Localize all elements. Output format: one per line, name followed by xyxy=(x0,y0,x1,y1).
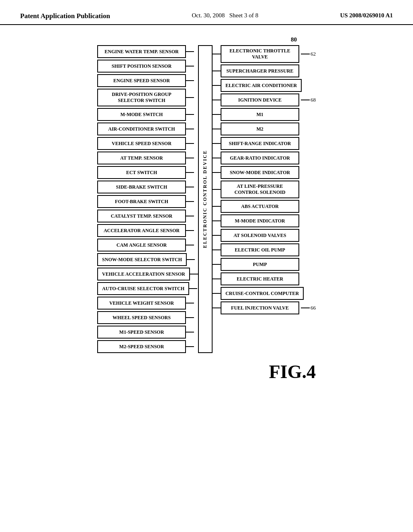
left-row: SHIFT POSITION SENSOR xyxy=(97,60,198,73)
right-box: IGNITION DEVICE xyxy=(221,94,299,106)
right-row: GEAR-RATIO INDICATOR xyxy=(213,152,316,164)
connector-line-left xyxy=(186,51,194,52)
right-row: SHIFT-RANGE INDICATOR xyxy=(213,137,316,150)
connector-line-right xyxy=(213,235,221,236)
left-box: ENGINE WATER TEMP. SENSOR xyxy=(97,45,186,58)
rows-wrapper: ENGINE WATER TEMP. SENSORSHIFT POSITION … xyxy=(97,45,316,353)
right-box: M-MODE INDICATOR xyxy=(221,214,299,227)
ref-number-text: 68 xyxy=(311,97,316,103)
connector-line-left xyxy=(186,346,194,347)
ref-number: 66 xyxy=(301,305,316,311)
left-row: ECT SWITCH xyxy=(97,166,198,179)
right-row: ELECTRONIC THROTTLE VALVE62 xyxy=(213,45,316,63)
right-row: AT LINE-PRESSURE CONTROL SOLENOID xyxy=(213,181,316,198)
control-bar: ELECTRONIC CONTROL DEVICE xyxy=(198,45,213,353)
left-box: WHEEL SPEED SENSORS xyxy=(97,311,186,324)
connector-line-left xyxy=(190,274,198,274)
right-row: ELECTRIC AIR CONDITIONER xyxy=(213,79,316,92)
connector-line-left xyxy=(186,129,194,129)
right-box: ABS ACTUATOR xyxy=(221,200,299,213)
connector-line-left xyxy=(186,317,194,318)
connector-line-left xyxy=(186,332,194,332)
right-row: SNOW-MODE INDICATOR xyxy=(213,166,316,179)
connector-line-left xyxy=(186,66,194,66)
right-row: ELECTRIC HEATER xyxy=(213,272,316,285)
right-box: ELECTRIC HEATER xyxy=(221,272,299,285)
left-box: CAM ANGLE SENSOR xyxy=(97,239,186,251)
right-box: M2 xyxy=(221,123,299,135)
left-box: FOOT-BRAKE SWITCH xyxy=(97,195,186,208)
connector-line-right xyxy=(213,158,221,158)
right-box: PUMP xyxy=(221,258,299,271)
left-row: SIDE-BRAKE SWITCH xyxy=(97,181,198,193)
connector-line-left xyxy=(186,245,194,245)
connector-line-right xyxy=(213,249,221,250)
right-box: AT SOLENOID VALVES xyxy=(221,229,299,242)
ref-tick-line xyxy=(301,308,310,308)
left-row: AT TEMP. SENSOR xyxy=(97,152,198,164)
left-row: CAM ANGLE SENSOR xyxy=(97,239,198,251)
control-label: ELECTRONIC CONTROL DEVICE xyxy=(202,147,208,251)
left-row: AUTO-CRUISE SELECTOR SWITCH xyxy=(97,282,198,295)
right-row: PUMP xyxy=(213,258,316,271)
left-column: ENGINE WATER TEMP. SENSORSHIFT POSITION … xyxy=(97,45,198,353)
center-column: ELECTRONIC CONTROL DEVICE xyxy=(198,45,213,353)
header-right: US 2008/0269010 A1 xyxy=(340,12,393,19)
right-row: M2 xyxy=(213,123,316,135)
left-box: M1-SPEED SENSOR xyxy=(97,326,186,339)
right-row: M1 xyxy=(213,108,316,121)
right-row: IGNITION DEVICE68 xyxy=(213,94,316,106)
right-row: AT SOLENOID VALVES xyxy=(213,229,316,242)
connector-line-right xyxy=(213,293,221,294)
right-row: ABS ACTUATOR xyxy=(213,200,316,213)
left-box: AIR-CONDITIONER SWITCH xyxy=(97,123,186,135)
connector-line-left xyxy=(186,230,194,231)
connector-line-right xyxy=(213,129,221,129)
connector-line-left xyxy=(186,114,194,115)
left-row: ACCELERATOR ANGLE SENSOR xyxy=(97,224,198,237)
ref-number-text: 62 xyxy=(311,51,316,57)
left-box: M2-SPEED SENSOR xyxy=(97,340,186,353)
connector-line-left xyxy=(186,143,194,144)
left-row: ENGINE SPEED SENSOR xyxy=(97,74,198,87)
connector-line-right xyxy=(213,54,221,54)
right-box: CRUISE-CONTROL COMPUTER xyxy=(221,287,304,300)
left-box: M-MODE SWITCH xyxy=(97,108,186,121)
left-box: VEHICLE SPEED SENSOR xyxy=(97,137,186,150)
ref-number: 62 xyxy=(301,51,316,57)
left-box: SIDE-BRAKE SWITCH xyxy=(97,181,186,193)
connector-line-right xyxy=(213,100,221,100)
left-row: ENGINE WATER TEMP. SENSOR xyxy=(97,45,198,58)
left-box: ECT SWITCH xyxy=(97,166,186,179)
ref-tick-line xyxy=(301,54,310,54)
left-box: ACCELERATOR ANGLE SENSOR xyxy=(97,224,186,237)
left-row: SNOW-MODE SELECTOR SWITCH xyxy=(97,253,198,266)
ref-tick-line xyxy=(301,100,310,100)
diagram-wrapper: 80 ENGINE WATER TEMP. SENSORSHIFT POSITI… xyxy=(97,45,316,382)
left-row: AIR-CONDITIONER SWITCH xyxy=(97,123,198,135)
right-box: M1 xyxy=(221,108,299,121)
right-box: SHIFT-RANGE INDICATOR xyxy=(221,137,299,150)
connector-line-right xyxy=(213,189,221,190)
left-row: VEHICLE WEIGHT SENSOR xyxy=(97,297,198,310)
connector-line-left xyxy=(186,303,194,303)
connector-line-right xyxy=(213,143,221,144)
connector-line-right xyxy=(213,220,221,221)
left-row: VEHICLE SPEED SENSOR xyxy=(97,137,198,150)
header-left: Patent Application Publication xyxy=(20,12,110,20)
right-box: ELECTRIC OIL PUMP xyxy=(221,243,299,256)
connector-line-left xyxy=(186,201,194,202)
left-row: M2-SPEED SENSOR xyxy=(97,340,198,353)
connector-line-left xyxy=(186,97,194,98)
left-row: DRIVE-POSITION GROUP SELECTOR SWITCH xyxy=(97,89,198,106)
connector-line-right xyxy=(213,278,221,279)
right-box: ELECTRONIC THROTTLE VALVE xyxy=(221,45,299,63)
left-box: VEHICLE ACCELERATION SENSOR xyxy=(97,268,190,281)
left-row: VEHICLE ACCELERATION SENSOR xyxy=(97,268,198,281)
connector-line-right xyxy=(213,85,221,86)
header-center: Oct. 30, 2008 Sheet 3 of 8 xyxy=(192,12,259,19)
left-box: AT TEMP. SENSOR xyxy=(97,152,186,164)
left-row: M-MODE SWITCH xyxy=(97,108,198,121)
connector-line-right xyxy=(213,264,221,265)
connector-line-left xyxy=(186,158,194,158)
